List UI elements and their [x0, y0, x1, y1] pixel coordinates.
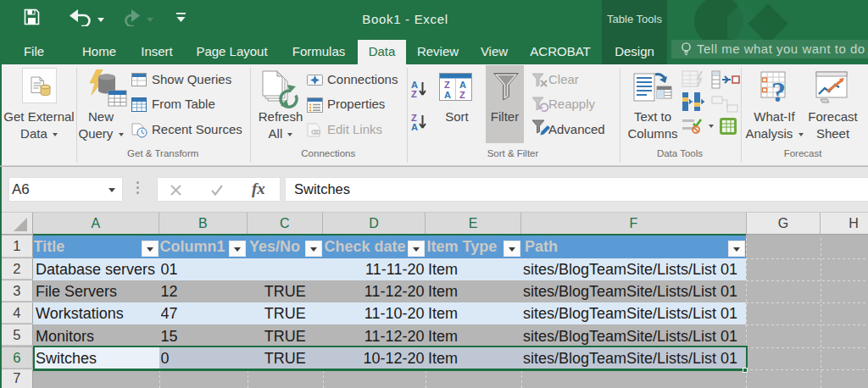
svg-text:?: ? — [771, 76, 786, 105]
svg-text:Z: Z — [459, 90, 465, 100]
svg-text:Z: Z — [444, 80, 450, 90]
svg-text:A: A — [459, 80, 466, 90]
svg-text:Z: Z — [411, 88, 417, 97]
svg-text:A: A — [411, 121, 418, 130]
svg-text:A: A — [444, 90, 451, 100]
